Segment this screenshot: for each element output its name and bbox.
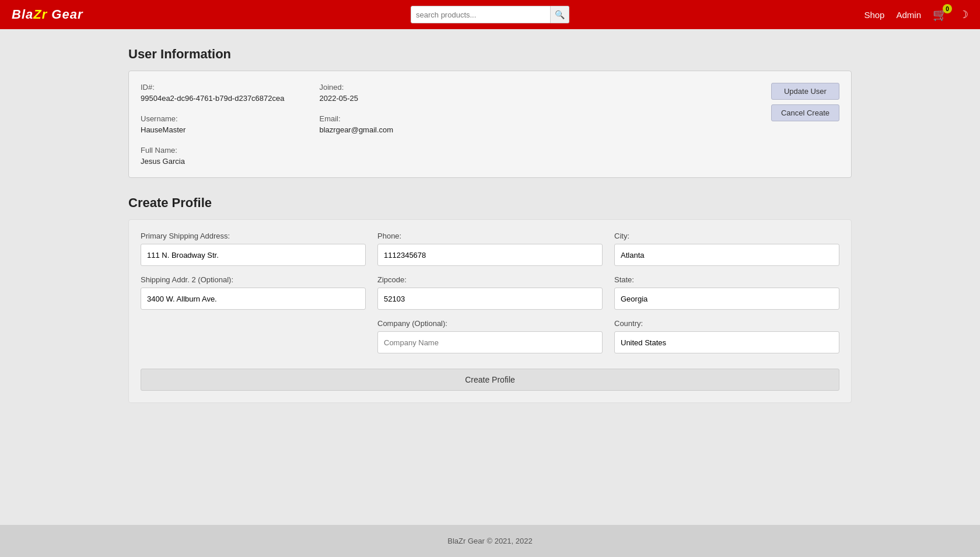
shipping2-group: Shipping Addr. 2 (Optional): <box>141 275 366 310</box>
nav-shop[interactable]: Shop <box>864 10 884 20</box>
theme-toggle-icon[interactable]: ☽ <box>959 8 968 21</box>
create-profile-button[interactable]: Create Profile <box>141 369 839 391</box>
user-field-id-block: ID#: 99504ea2-dc96-4761-b79d-d237c6872ce… <box>141 83 285 166</box>
city-label: City: <box>614 232 839 240</box>
search-input[interactable] <box>411 6 551 23</box>
username-value: HauseMaster <box>141 125 285 134</box>
user-info-buttons: Update User Cancel Create <box>771 83 839 121</box>
country-label: Country: <box>614 319 839 328</box>
header: BlaZr Gear 🔍 Shop Admin 🛒 0 ☽ <box>0 0 980 29</box>
zipcode-label: Zipcode: <box>377 275 603 284</box>
state-group: State: <box>614 275 839 310</box>
phone-group: Phone: <box>377 232 603 266</box>
username-label: Username: <box>141 114 285 123</box>
id-label: ID#: <box>141 83 285 92</box>
user-info-card: ID#: 99504ea2-dc96-4761-b79d-d237c6872ce… <box>128 71 852 178</box>
logo[interactable]: BlaZr Gear <box>12 7 83 22</box>
update-user-button[interactable]: Update User <box>771 83 839 100</box>
main-content: User Information ID#: 99504ea2-dc96-4761… <box>0 29 980 525</box>
form-column-location: City: State: Country: <box>614 232 839 363</box>
form-column-contact: Phone: Zipcode: Company (Optional): <box>377 232 603 363</box>
email-value: blazrgear@gmail.com <box>320 125 394 134</box>
cart-icon-wrap[interactable]: 🛒 0 <box>933 8 947 22</box>
search-button[interactable]: 🔍 <box>551 6 569 23</box>
city-input[interactable] <box>614 244 839 266</box>
shipping2-label: Shipping Addr. 2 (Optional): <box>141 275 366 284</box>
primary-shipping-label: Primary Shipping Address: <box>141 232 366 240</box>
create-profile-title: Create Profile <box>128 195 852 211</box>
country-input[interactable] <box>614 331 839 353</box>
shipping2-input[interactable] <box>141 288 366 310</box>
joined-label: Joined: <box>320 83 394 92</box>
nav-admin[interactable]: Admin <box>896 10 921 20</box>
company-input[interactable] <box>377 331 603 353</box>
state-label: State: <box>614 275 839 284</box>
user-info-left: ID#: 99504ea2-dc96-4761-b79d-d237c6872ce… <box>141 83 393 166</box>
joined-value: 2022-05-25 <box>320 94 394 103</box>
cart-badge: 0 <box>943 4 952 13</box>
create-profile-form: Primary Shipping Address: Shipping Addr.… <box>128 219 852 403</box>
search-container: 🔍 <box>411 6 569 23</box>
country-group: Country: <box>614 319 839 353</box>
footer: BlaZr Gear © 2021, 2022 <box>0 525 980 557</box>
logo-bla: Bla <box>12 7 33 22</box>
city-group: City: <box>614 232 839 266</box>
company-group: Company (Optional): <box>377 319 603 353</box>
form-grid: Primary Shipping Address: Shipping Addr.… <box>141 232 839 363</box>
user-info-title: User Information <box>128 47 852 62</box>
id-value: 99504ea2-dc96-4761-b79d-d237c6872cea <box>141 94 285 103</box>
zipcode-group: Zipcode: <box>377 275 603 310</box>
user-field-joined-block: Joined: 2022-05-25 Email: blazrgear@gmai… <box>320 83 394 166</box>
phone-label: Phone: <box>377 232 603 240</box>
cancel-create-button[interactable]: Cancel Create <box>771 104 839 121</box>
fullname-value: Jesus Garcia <box>141 157 285 166</box>
zipcode-input[interactable] <box>377 288 603 310</box>
state-input[interactable] <box>614 288 839 310</box>
form-column-address: Primary Shipping Address: Shipping Addr.… <box>141 232 366 363</box>
primary-shipping-input[interactable] <box>141 244 366 266</box>
footer-text: BlaZr Gear © 2021, 2022 <box>447 537 532 545</box>
email-label: Email: <box>320 114 394 123</box>
logo-zr: Zr <box>33 7 47 22</box>
logo-gear: Gear <box>47 7 83 22</box>
header-right: Shop Admin 🛒 0 ☽ <box>864 8 968 22</box>
company-label: Company (Optional): <box>377 319 603 328</box>
primary-shipping-group: Primary Shipping Address: <box>141 232 366 266</box>
fullname-label: Full Name: <box>141 146 285 155</box>
phone-input[interactable] <box>377 244 603 266</box>
